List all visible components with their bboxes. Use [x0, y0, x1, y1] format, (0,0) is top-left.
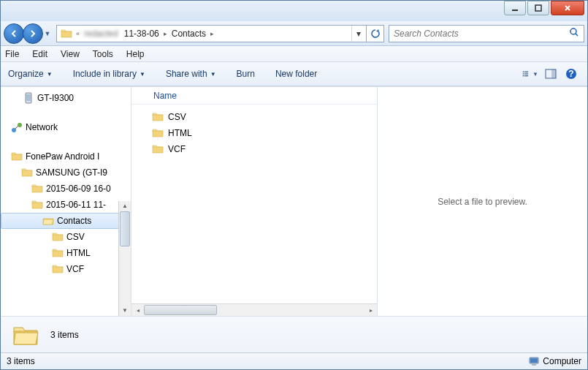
tree-item-vcf[interactable]: VCF	[1, 261, 131, 277]
tree-item-label: GT-I9300	[37, 93, 74, 103]
tree-item-fonepaw[interactable]: FonePaw Android I	[1, 148, 131, 165]
tree-item-label: CSV	[66, 232, 85, 242]
organize-button[interactable]: Organize▼	[8, 69, 53, 79]
preview-pane-button[interactable]	[542, 66, 560, 82]
breadcrumb-separator-icon[interactable]: ▸	[162, 30, 169, 37]
tree-item-label: Network	[26, 122, 58, 132]
maximize-button[interactable]	[527, 1, 549, 15]
tree-item-label: FonePaw Android I	[26, 151, 99, 162]
new-folder-button[interactable]: New folder	[275, 69, 317, 79]
command-bar: Organize▼ Include in library▼ Share with…	[1, 62, 587, 86]
menu-bar: File Edit View Tools Help	[1, 46, 587, 62]
help-button[interactable]: ?	[562, 66, 580, 82]
tree-item-samsung[interactable]: SAMSUNG (GT-I9	[1, 165, 131, 181]
folder-icon	[52, 263, 64, 275]
content-area: GT-I9300 Network FonePaw Android I SAMSU…	[1, 86, 587, 316]
status-computer-label: Computer	[543, 356, 581, 366]
forward-button[interactable]	[23, 23, 43, 44]
tree-item-label: 2015-06-11 11-	[46, 200, 106, 210]
nav-scrollbar[interactable]: ▲ ▼	[118, 201, 131, 316]
status-item-count: 3 items	[7, 356, 35, 366]
breadcrumb-hidden[interactable]: redacted	[81, 29, 121, 39]
scroll-right-icon[interactable]: ▸	[364, 307, 377, 314]
tree-item-network[interactable]: Network	[1, 119, 131, 135]
list-item-label: VCF	[168, 144, 186, 154]
list-item[interactable]: HTML	[139, 125, 370, 141]
tree-item-device[interactable]: GT-I9300	[1, 90, 131, 106]
scroll-up-icon[interactable]: ▲	[119, 201, 131, 211]
svg-rect-19	[532, 364, 536, 366]
tree-item-label: HTML	[66, 248, 91, 258]
menu-view[interactable]: View	[61, 49, 80, 59]
svg-rect-6	[524, 73, 528, 74]
svg-rect-14	[26, 94, 31, 101]
breadcrumb-chevron-icon[interactable]: «	[75, 30, 81, 37]
scroll-left-icon[interactable]: ◂	[131, 307, 144, 314]
breadcrumb-segment-2[interactable]: Contacts	[169, 29, 209, 39]
horizontal-scrollbar[interactable]: ◂ ▸	[131, 303, 377, 316]
tree-item-contacts[interactable]: Contacts	[1, 213, 131, 229]
status-computer[interactable]: Computer	[528, 355, 581, 367]
breadcrumb-segment-1[interactable]: 11-38-06	[121, 29, 162, 39]
close-button[interactable]	[551, 1, 584, 15]
tree-item-html[interactable]: HTML	[1, 245, 131, 261]
svg-rect-7	[523, 75, 524, 76]
search-input[interactable]	[394, 29, 569, 39]
svg-rect-3	[523, 72, 524, 72]
search-icon[interactable]	[569, 27, 579, 39]
include-in-library-button[interactable]: Include in library▼	[73, 69, 145, 79]
burn-button[interactable]: Burn	[237, 69, 255, 79]
phone-icon	[23, 92, 34, 104]
preview-placeholder: Select a file to preview.	[438, 197, 527, 207]
column-header-name[interactable]: Name	[131, 87, 377, 105]
breadcrumb-separator-icon[interactable]: ▸	[209, 30, 215, 37]
scroll-thumb[interactable]	[144, 305, 217, 315]
tree-item-label: 2015-06-09 16-0	[46, 184, 111, 194]
status-bar: 3 items Computer	[1, 352, 587, 369]
navigation-bar: ▼ « redacted 11-38-06 ▸ Contacts ▸ ▾	[1, 21, 587, 46]
list-item[interactable]: CSV	[139, 109, 370, 125]
view-options-button[interactable]: ▼	[522, 66, 539, 82]
minimize-button[interactable]	[504, 1, 526, 15]
svg-text:?: ?	[568, 69, 573, 79]
file-list: CSV HTML VCF	[131, 105, 377, 303]
network-icon	[11, 121, 23, 133]
window-titlebar	[1, 1, 587, 21]
svg-rect-4	[524, 72, 528, 72]
menu-tools[interactable]: Tools	[93, 49, 113, 59]
folder-icon	[21, 167, 33, 178]
tree-item-label: Contacts	[57, 216, 91, 226]
scroll-down-icon[interactable]: ▼	[119, 306, 131, 316]
tree-item-label: VCF	[66, 264, 84, 274]
menu-help[interactable]: Help	[126, 49, 145, 59]
details-pane: 3 items	[1, 316, 587, 352]
file-list-pane: Name CSV HTML VCF ◂ ▸	[131, 87, 378, 316]
address-dropdown[interactable]: ▾	[351, 26, 364, 42]
share-with-button[interactable]: Share with▼	[166, 69, 216, 79]
scroll-thumb[interactable]	[120, 211, 130, 246]
folder-icon	[31, 183, 43, 195]
folder-icon	[11, 151, 23, 162]
preview-pane: Select a file to preview.	[378, 87, 587, 316]
folder-open-icon	[42, 215, 54, 227]
tree-item-date1[interactable]: 2015-06-09 16-0	[1, 181, 131, 197]
menu-edit[interactable]: Edit	[32, 49, 47, 59]
folder-icon	[152, 143, 164, 155]
refresh-button[interactable]	[367, 25, 384, 42]
nav-history-dropdown[interactable]: ▼	[43, 30, 52, 37]
svg-point-16	[18, 123, 22, 127]
folder-icon	[152, 127, 164, 139]
list-item-label: HTML	[168, 128, 192, 138]
address-bar[interactable]: « redacted 11-38-06 ▸ Contacts ▸ ▾	[56, 25, 367, 42]
tree-item-date2[interactable]: 2015-06-11 11-	[1, 197, 131, 213]
back-button[interactable]	[4, 23, 24, 44]
details-item-count: 3 items	[50, 330, 79, 340]
svg-rect-1	[535, 5, 541, 11]
tree-item-csv[interactable]: CSV	[1, 229, 131, 245]
search-box[interactable]	[389, 25, 584, 42]
svg-rect-10	[551, 69, 556, 78]
list-item[interactable]: VCF	[139, 141, 370, 157]
menu-file[interactable]: File	[5, 49, 19, 59]
svg-rect-5	[523, 73, 524, 74]
tree-item-label: SAMSUNG (GT-I9	[36, 167, 107, 178]
